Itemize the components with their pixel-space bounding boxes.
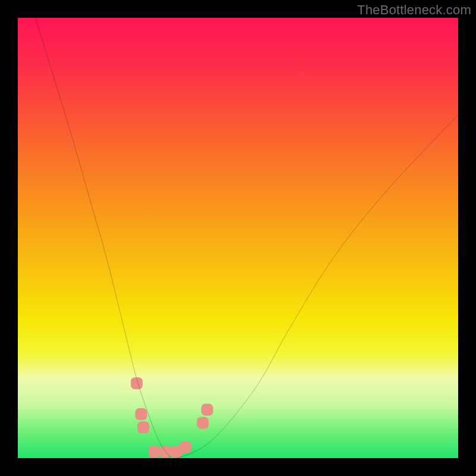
valley-marker [135,408,147,420]
valley-marker [197,417,209,429]
bottleneck-curve [36,18,458,458]
chart-frame: TheBottleneck.com [0,0,476,476]
valley-marker-group [131,377,213,458]
watermark-text: TheBottleneck.com [357,2,471,18]
valley-marker [159,446,171,458]
valley-marker [137,421,149,433]
valley-marker [179,441,191,453]
valley-marker [201,404,213,416]
plot-svg [18,18,458,458]
valley-marker [148,446,160,458]
